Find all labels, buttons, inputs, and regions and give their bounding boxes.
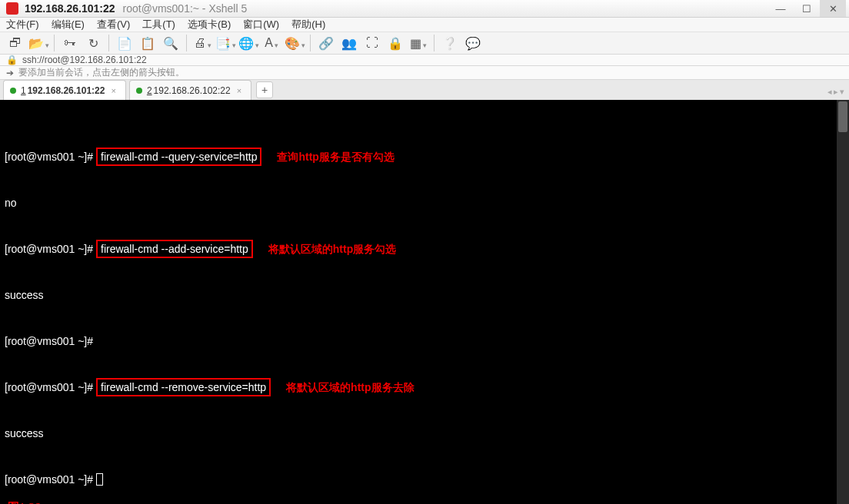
scrollbar[interactable] xyxy=(837,100,849,504)
output-3: success xyxy=(5,426,44,441)
status-dot-icon xyxy=(136,88,142,94)
tab-close-icon[interactable]: × xyxy=(111,86,115,95)
tab-label: 192.168.26.102:22 xyxy=(154,85,231,96)
tab-prev-icon[interactable]: ◂ xyxy=(827,87,832,97)
toolbar-separator xyxy=(434,35,434,51)
link-icon[interactable]: 🔗 xyxy=(315,32,337,54)
prompt: [root@vms001 ~]# xyxy=(5,380,93,395)
terminal[interactable]: [root@vms001 ~]#firewall-cmd --query-ser… xyxy=(0,100,849,504)
hint-text: 要添加当前会话，点击左侧的箭头按钮。 xyxy=(18,66,185,79)
tab-list-icon[interactable]: ▾ xyxy=(840,87,844,97)
toolbar: 🗗 📂 🗝 ↻ 📄 📋 🔍 🖨 📑 🌐 A 🎨 🔗 👥 ⛶ 🔒 ▦ ❔ 💬 xyxy=(0,32,849,55)
annotation-2: 将默认区域的http服务勾选 xyxy=(268,241,396,257)
output-1: no xyxy=(5,195,17,211)
reconnect-icon[interactable]: ↻ xyxy=(82,32,104,54)
tab-number: 2 xyxy=(147,85,152,96)
session-tab-2[interactable]: 2 192.168.26.102:22 × xyxy=(129,80,251,100)
close-button[interactable]: ✕ xyxy=(820,0,846,17)
window-buttons: — ☐ ✕ xyxy=(767,0,846,17)
find-icon[interactable]: 🔍 xyxy=(160,32,181,54)
properties-icon[interactable]: 📑 xyxy=(215,32,236,54)
maximize-button[interactable]: ☐ xyxy=(794,0,820,17)
app-icon xyxy=(6,2,18,15)
tab-next-icon[interactable]: ▸ xyxy=(834,87,838,97)
title-secondary: root@vms001:~ - Xshell 5 xyxy=(123,2,248,15)
lock-icon: 🔒 xyxy=(6,55,18,65)
paste-icon[interactable]: 📋 xyxy=(137,32,158,54)
tab-close-icon[interactable]: × xyxy=(237,86,241,95)
menu-tools[interactable]: 工具(T) xyxy=(142,18,175,32)
prompt: [root@vms001 ~]# xyxy=(5,333,93,349)
add-tab-button[interactable]: + xyxy=(256,81,273,98)
command-3-box: firewall-cmd --remove-service=http xyxy=(96,378,271,396)
menu-tab[interactable]: 选项卡(B) xyxy=(188,18,231,32)
address-bar[interactable]: 🔒 ssh://root@192.168.26.101:22 xyxy=(0,55,849,66)
fullscreen-icon[interactable]: ⛶ xyxy=(361,32,383,54)
open-icon[interactable]: 📂 xyxy=(28,32,49,54)
color-scheme-icon[interactable]: 🎨 xyxy=(284,32,305,54)
figure-label: 图1-36 xyxy=(8,499,41,504)
tile-icon[interactable]: ▦ xyxy=(408,32,429,54)
toolbar-separator xyxy=(310,35,311,51)
title-primary: 192.168.26.101:22 xyxy=(25,2,115,15)
tab-number: 1 xyxy=(21,85,26,96)
key-icon[interactable]: 🗝 xyxy=(59,32,81,54)
lock-icon[interactable]: 🔒 xyxy=(385,32,406,54)
prompt: [root@vms001 ~]# xyxy=(5,241,93,257)
scrollbar-thumb[interactable] xyxy=(838,101,847,132)
toolbar-separator xyxy=(186,35,187,51)
command-2-box: firewall-cmd --add-service=http xyxy=(96,240,253,258)
minimize-button[interactable]: — xyxy=(767,0,794,17)
session-tab-1[interactable]: 1 192.168.26.101:22 × xyxy=(3,80,126,100)
toolbar-separator xyxy=(108,35,109,51)
tab-nav: ◂ ▸ ▾ xyxy=(827,87,844,97)
menu-file[interactable]: 文件(F) xyxy=(6,18,39,32)
font-icon[interactable]: A xyxy=(261,32,282,54)
status-dot-icon xyxy=(10,88,16,94)
prompt: [root@vms001 ~]# xyxy=(5,149,93,164)
command-1-box: firewall-cmd --query-service=http xyxy=(96,148,261,166)
menu-window[interactable]: 窗口(W) xyxy=(243,18,279,32)
print-icon[interactable]: 🖨 xyxy=(191,32,213,54)
annotation-1: 查询http服务是否有勾选 xyxy=(277,149,394,164)
cursor xyxy=(96,473,103,486)
help-icon[interactable]: ❔ xyxy=(439,32,461,54)
menu-help[interactable]: 帮助(H) xyxy=(291,18,325,32)
users-icon[interactable]: 👥 xyxy=(338,32,360,54)
feedback-icon[interactable]: 💬 xyxy=(462,32,484,54)
session-tab-bar: 1 192.168.26.101:22 × 2 192.168.26.102:2… xyxy=(0,80,849,100)
copy-icon[interactable]: 📄 xyxy=(114,32,135,54)
new-session-icon[interactable]: 🗗 xyxy=(5,32,26,54)
toolbar-separator xyxy=(54,35,55,51)
tab-label: 192.168.26.101:22 xyxy=(28,85,105,96)
title-bar: 192.168.26.101:22 root@vms001:~ - Xshell… xyxy=(0,0,849,18)
menu-edit[interactable]: 编辑(E) xyxy=(52,18,85,32)
hint-bar: ➔ 要添加当前会话，点击左侧的箭头按钮。 xyxy=(0,66,849,80)
output-2: success xyxy=(5,287,44,303)
globe-icon[interactable]: 🌐 xyxy=(238,32,259,54)
address-url: ssh://root@192.168.26.101:22 xyxy=(22,55,147,65)
annotation-3: 将默认区域的http服务去除 xyxy=(286,380,414,395)
menu-view[interactable]: 查看(V) xyxy=(97,18,130,32)
arrow-icon[interactable]: ➔ xyxy=(6,68,14,78)
menu-bar: 文件(F) 编辑(E) 查看(V) 工具(T) 选项卡(B) 窗口(W) 帮助(… xyxy=(0,18,849,32)
prompt: [root@vms001 ~]# xyxy=(5,472,93,487)
